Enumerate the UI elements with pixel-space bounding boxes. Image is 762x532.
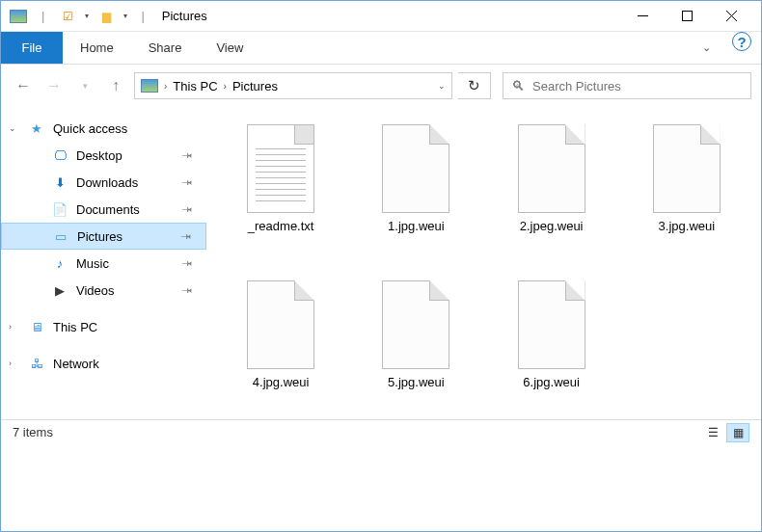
separator: |: [141, 9, 144, 23]
chevron-down-icon[interactable]: ▾: [123, 12, 127, 20]
file-name: 5.jpg.weui: [388, 375, 445, 389]
search-box[interactable]: 🔍︎: [503, 72, 751, 99]
downloads-icon: ⬇: [51, 174, 68, 190]
music-icon: ♪: [51, 255, 68, 271]
pin-icon: 📌︎: [178, 173, 196, 191]
sidebar-item-label: Pictures: [77, 229, 122, 244]
sidebar-item-documents[interactable]: 📄Documents📌︎: [1, 196, 206, 223]
file-item[interactable]: 1.jpg.weui: [353, 124, 478, 271]
window-controls: [620, 2, 753, 31]
sidebar-item-label: Downloads: [76, 175, 138, 190]
blank-file-icon: [518, 124, 585, 213]
file-item[interactable]: 2.jpeg.weui: [489, 124, 614, 271]
tab-home[interactable]: Home: [63, 32, 131, 64]
file-item[interactable]: 3.jpg.weui: [624, 124, 749, 271]
up-button[interactable]: ↑: [103, 73, 128, 98]
tab-share[interactable]: Share: [131, 32, 200, 64]
sidebar-item-music[interactable]: ♪Music📌︎: [1, 250, 206, 277]
pin-icon: 📌︎: [178, 200, 196, 218]
search-input[interactable]: [532, 79, 743, 93]
nav-quick-access[interactable]: ⌄ ★ Quick access: [1, 115, 206, 142]
nav-network[interactable]: › 🖧 Network: [1, 350, 206, 377]
blank-file-icon: [382, 280, 449, 369]
sidebar-item-label: Desktop: [76, 148, 122, 163]
recent-locations-button[interactable]: ▾: [72, 73, 97, 98]
chevron-down-icon[interactable]: ⌄: [9, 123, 20, 133]
file-name: 2.jpeg.weui: [520, 219, 584, 233]
file-name: 4.jpg.weui: [253, 375, 310, 389]
tab-view[interactable]: View: [199, 32, 260, 64]
ribbon-tabs: File Home Share View ⌄ ?: [1, 32, 761, 65]
svg-rect-1: [682, 12, 692, 21]
pictures-app-icon: [9, 8, 28, 25]
network-icon: 🖧: [28, 356, 45, 371]
minimize-button[interactable]: [620, 2, 665, 31]
pin-icon: 📌︎: [178, 281, 196, 299]
breadcrumb-item[interactable]: Pictures: [232, 79, 278, 93]
forward-button[interactable]: →: [41, 73, 67, 98]
pin-icon: 📌︎: [177, 227, 195, 245]
navigation-pane: ⌄ ★ Quick access 🖵Desktop📌︎⬇Downloads📌︎📄…: [1, 107, 206, 444]
file-tab[interactable]: File: [1, 32, 63, 64]
chevron-right-icon[interactable]: ›: [224, 81, 227, 92]
folder-icon[interactable]: ▆: [96, 8, 116, 25]
main-area: ⌄ ★ Quick access 🖵Desktop📌︎⬇Downloads📌︎📄…: [1, 107, 761, 444]
item-count: 7 items: [13, 425, 53, 439]
file-grid[interactable]: _readme.txt1.jpg.weui2.jpeg.weui3.jpg.we…: [206, 107, 761, 444]
window-title: Pictures: [162, 9, 207, 23]
chevron-right-icon[interactable]: ›: [9, 322, 20, 332]
close-button[interactable]: [709, 2, 753, 31]
nav-label: Network: [53, 357, 99, 371]
details-view-button[interactable]: ☰: [701, 423, 724, 442]
search-icon: 🔍︎: [511, 78, 525, 93]
star-icon: ★: [28, 120, 45, 136]
pictures-icon: ▭: [52, 228, 69, 244]
file-item[interactable]: 6.jpg.weui: [489, 280, 614, 427]
title-bar: | ☑ ▾ ▆ ▾ | Pictures: [1, 1, 761, 32]
sidebar-item-desktop[interactable]: 🖵Desktop📌︎: [1, 142, 206, 169]
breadcrumb[interactable]: › This PC › Pictures ⌄: [134, 72, 452, 99]
quick-access-toolbar: | ☑ ▾ ▆ ▾ | Pictures: [9, 8, 207, 25]
this-pc-icon: 🖥: [28, 319, 45, 334]
sidebar-item-videos[interactable]: ▶Videos📌︎: [1, 277, 206, 304]
breadcrumb-item[interactable]: This PC: [173, 79, 217, 93]
text-file-icon: [247, 124, 314, 213]
refresh-button[interactable]: ↻: [458, 72, 491, 99]
blank-file-icon: [247, 280, 314, 369]
desktop-icon: 🖵: [51, 147, 68, 163]
file-name: 3.jpg.weui: [659, 219, 716, 233]
file-item[interactable]: 5.jpg.weui: [353, 280, 478, 427]
nav-label: Quick access: [53, 121, 127, 136]
pin-icon: 📌︎: [178, 254, 196, 272]
sidebar-item-label: Music: [76, 256, 109, 271]
status-bar: 7 items ☰ ▦: [1, 419, 761, 444]
properties-icon[interactable]: ☑: [58, 8, 77, 25]
back-button[interactable]: ←: [11, 73, 36, 98]
blank-file-icon: [382, 124, 449, 213]
blank-file-icon: [653, 124, 721, 213]
documents-icon: 📄: [51, 201, 68, 217]
chevron-down-icon[interactable]: ▾: [85, 12, 89, 20]
help-icon[interactable]: ?: [732, 32, 751, 51]
maximize-button[interactable]: [665, 2, 709, 31]
file-item[interactable]: 4.jpg.weui: [218, 280, 343, 427]
chevron-right-icon[interactable]: ›: [9, 359, 20, 368]
icons-view-button[interactable]: ▦: [726, 423, 749, 442]
file-name: 6.jpg.weui: [523, 375, 580, 389]
sidebar-item-pictures[interactable]: ▭Pictures📌︎: [1, 223, 206, 250]
nav-this-pc[interactable]: › 🖥 This PC: [1, 313, 206, 340]
sidebar-item-label: Videos: [76, 283, 115, 298]
view-switcher: ☰ ▦: [701, 423, 749, 442]
chevron-right-icon[interactable]: ›: [164, 81, 167, 92]
videos-icon: ▶: [51, 282, 68, 298]
blank-file-icon: [518, 280, 585, 369]
sidebar-item-downloads[interactable]: ⬇Downloads📌︎: [1, 169, 206, 196]
pin-icon: 📌︎: [178, 146, 196, 164]
separator: |: [41, 9, 44, 23]
expand-ribbon-icon[interactable]: ⌄: [690, 32, 722, 64]
nav-label: This PC: [53, 320, 97, 334]
sidebar-item-label: Documents: [76, 202, 140, 217]
file-item[interactable]: _readme.txt: [218, 124, 343, 271]
address-bar-row: ← → ▾ ↑ › This PC › Pictures ⌄ ↻ 🔍︎: [1, 65, 761, 107]
chevron-down-icon[interactable]: ⌄: [438, 81, 446, 91]
